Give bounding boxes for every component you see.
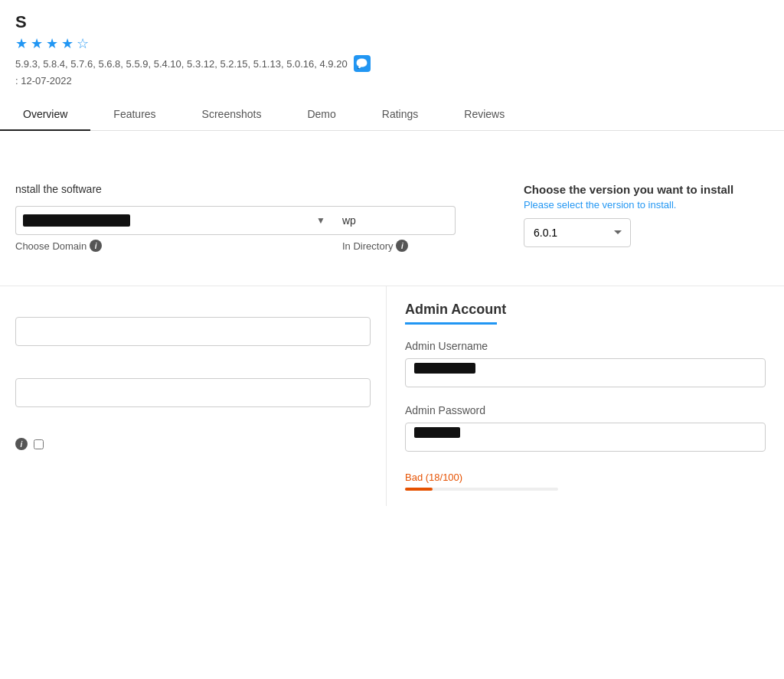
domain-select-wrap: Choose Domain ▼ [15,206,333,235]
star-1: ★ [15,35,28,52]
in-directory-text: In Directory [342,240,393,252]
tab-demo[interactable]: Demo [284,99,358,131]
install-section: Choose the version you want to install P… [0,162,784,267]
chat-icon[interactable] [354,55,371,72]
directory-input[interactable] [333,206,456,235]
admin-underline [405,322,497,325]
admin-username-wrap [405,358,766,400]
admin-account-title: Admin Account [405,302,766,318]
tab-reviews[interactable]: Reviews [441,99,528,131]
left-field-2 [15,371,371,407]
version-chooser-block: Choose the version you want to install P… [524,183,769,247]
domain-select[interactable]: Choose Domain [15,206,333,235]
choose-domain-info-icon[interactable]: i [90,240,102,252]
versions-row: 5.9.3, 5.8.4, 5.7.6, 5.6.8, 5.5.9, 5.4.1… [15,55,769,72]
right-panel: Admin Account Admin Username Admin Passw… [387,286,784,506]
strength-bar-wrap [405,488,558,491]
strength-bar [405,488,433,491]
left-input-1[interactable] [15,317,371,346]
stars-row: ★ ★ ★ ★ ☆ [15,35,769,52]
tab-overview[interactable]: Overview [0,99,90,131]
checkbox-input[interactable] [34,439,44,449]
password-strength-text: Bad (18/100) [405,472,766,483]
checkbox-row: i [15,438,371,450]
admin-username-label: Admin Username [405,340,766,352]
directory-info-icon[interactable]: i [396,240,408,252]
bottom-section: i Admin Account Admin Username Admin Pas… [0,286,784,506]
admin-password-label: Admin Password [405,404,766,416]
left-input-2[interactable] [15,378,371,407]
star-5: ☆ [77,35,89,52]
checkbox-info-icon[interactable]: i [15,438,28,450]
choose-domain-label: Choose Domain i [15,240,333,252]
left-panel: i [0,286,387,506]
nav-tabs: Overview Features Screenshots Demo Ratin… [0,99,784,131]
admin-password-input[interactable] [405,423,766,452]
versions-text: 5.9.3, 5.8.4, 5.7.6, 5.6.8, 5.5.9, 5.4.1… [15,58,348,70]
version-select[interactable]: 6.0.1 5.9.3 5.8.4 5.7.6 [524,218,631,247]
star-4: ★ [61,35,74,52]
in-directory-label: In Directory i [342,240,408,252]
admin-username-input[interactable] [405,358,766,387]
admin-password-wrap [405,423,766,464]
date-row: : 12-07-2022 [15,75,769,87]
left-field-1 [15,302,371,346]
version-chooser-sub: Please select the version to install. [524,199,769,211]
app-title: S [15,12,769,32]
tab-screenshots[interactable]: Screenshots [179,99,285,131]
star-3: ★ [46,35,58,52]
tab-ratings[interactable]: Ratings [359,99,441,131]
version-chooser-title: Choose the version you want to install [524,183,769,196]
tab-features[interactable]: Features [90,99,178,131]
star-2: ★ [31,35,43,52]
field-labels: Choose Domain i In Directory i [15,240,524,252]
domain-row: Choose Domain ▼ [15,206,524,235]
